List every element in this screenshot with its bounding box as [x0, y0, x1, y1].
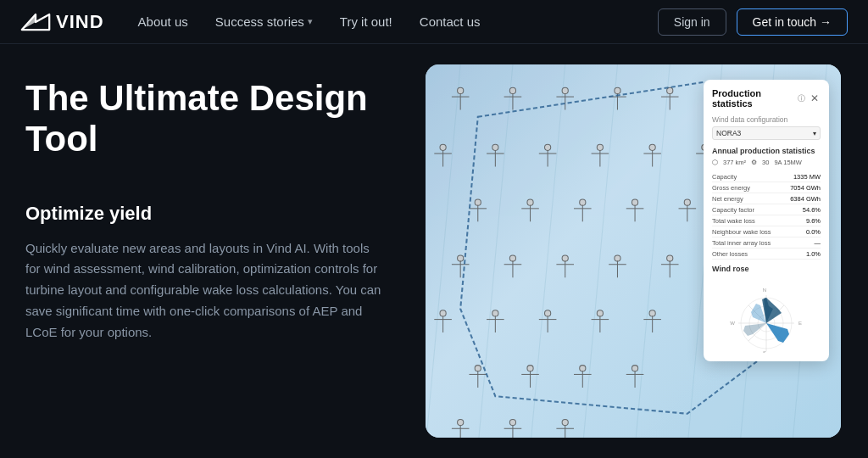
sign-in-button[interactable]: Sign in	[658, 8, 726, 36]
annual-production-header: Annual production statistics	[712, 147, 821, 155]
svg-point-46	[475, 199, 481, 205]
svg-point-67	[562, 255, 568, 261]
svg-point-31	[492, 144, 498, 150]
stat-row-total-wake-loss: Total wake loss 9.6%	[712, 215, 821, 226]
dropdown-arrow-icon: ▾	[813, 130, 816, 137]
wind-config-dropdown[interactable]: NORA3 ▾	[712, 126, 821, 140]
nav-link-about-us[interactable]: About us	[138, 14, 188, 29]
svg-point-100	[632, 366, 637, 371]
chevron-down-icon: ▾	[308, 16, 313, 27]
stats-meta: ⬡ 377 km² ⚙ 30 9A 15MW	[712, 159, 821, 166]
turbine-icon: ⚙	[751, 159, 757, 166]
logo[interactable]: VIND	[20, 11, 104, 33]
stat-row-capacity: Capacity 1335 MW	[712, 171, 821, 182]
wind-farm-illustration: Production statistics ⓘ ✕ Wind data conf…	[426, 64, 841, 438]
svg-point-34	[545, 144, 551, 150]
svg-point-91	[475, 366, 481, 371]
svg-point-106	[509, 419, 515, 425]
svg-point-85	[597, 310, 603, 316]
nav-link-try-it-out[interactable]: Try it out!	[340, 14, 392, 29]
stat-row-other-losses: Other losses 1.0%	[712, 249, 821, 260]
svg-point-82	[545, 310, 551, 316]
svg-line-5	[582, 64, 617, 438]
svg-point-55	[632, 199, 637, 205]
navbar: VIND About us Success stories ▾ Try it o…	[0, 0, 868, 44]
svg-point-79	[492, 310, 498, 316]
svg-line-4	[531, 64, 565, 438]
stat-row-total-inner-array-loss: Total inner array loss —	[712, 237, 821, 249]
get-in-touch-button[interactable]: Get in touch →	[737, 8, 848, 36]
nav-links: About us Success stories ▾ Try it out! C…	[138, 14, 658, 29]
park-icon: ⬡	[712, 159, 718, 166]
feature-title: Optimize yield	[25, 203, 381, 225]
svg-point-58	[684, 199, 690, 205]
svg-point-40	[649, 144, 655, 150]
stat-row-capacity-factor: Capacity factor 54.6%	[712, 204, 821, 215]
svg-text:S: S	[763, 350, 766, 353]
wind-rose-section: Wind rose N S W	[712, 265, 821, 353]
logo-text: VIND	[56, 11, 104, 33]
right-panel: Production statistics ⓘ ✕ Wind data conf…	[407, 44, 868, 458]
nav-actions: Sign in Get in touch →	[658, 8, 848, 36]
svg-point-94	[527, 366, 533, 371]
feature-body: Quickly evaluate new areas and layouts i…	[25, 238, 381, 344]
svg-point-28	[440, 144, 446, 150]
main-content: The Ultimate Design Tool Optimize yield …	[0, 44, 868, 458]
svg-point-103	[458, 419, 464, 425]
svg-point-88	[649, 310, 655, 316]
svg-text:W: W	[730, 321, 735, 326]
svg-point-64	[509, 255, 515, 261]
wind-rose-svg: N S W E	[715, 276, 817, 353]
svg-point-10	[458, 87, 464, 93]
nav-link-contact-us[interactable]: Contact us	[420, 14, 481, 29]
stat-row-net-energy: Net energy 6384 GWh	[712, 193, 821, 204]
svg-point-37	[597, 144, 603, 150]
svg-point-19	[615, 87, 620, 93]
stat-row-gross-energy: Gross energy 7054 GWh	[712, 182, 821, 193]
nav-link-success-stories[interactable]: Success stories ▾	[215, 14, 313, 29]
wind-config-label: Wind data configuration	[712, 115, 821, 124]
svg-point-16	[562, 87, 568, 93]
info-icon: ⓘ	[798, 93, 805, 104]
hero-title: The Ultimate Design Tool	[25, 78, 381, 160]
left-panel: The Ultimate Design Tool Optimize yield …	[0, 44, 407, 458]
svg-text:E: E	[798, 321, 802, 326]
close-button[interactable]: ✕	[809, 92, 821, 104]
svg-line-6	[635, 64, 670, 438]
svg-point-22	[667, 87, 673, 93]
svg-point-109	[562, 419, 568, 425]
svg-point-49	[527, 199, 533, 205]
svg-point-13	[509, 87, 515, 93]
svg-point-70	[615, 255, 620, 261]
svg-point-61	[458, 255, 464, 261]
svg-line-3	[478, 64, 513, 438]
logo-icon	[20, 13, 51, 31]
svg-point-73	[667, 255, 673, 261]
svg-point-76	[440, 310, 446, 316]
svg-text:N: N	[763, 288, 766, 293]
stats-panel-header: Production statistics ⓘ ✕	[712, 88, 821, 109]
wind-rose-label: Wind rose	[712, 265, 821, 273]
stats-panel-title: Production statistics	[712, 88, 798, 109]
stats-panel: Production statistics ⓘ ✕ Wind data conf…	[704, 80, 829, 361]
stat-row-neighbour-wake-loss: Neighbour wake loss 0.0%	[712, 226, 821, 237]
svg-point-52	[580, 199, 586, 205]
svg-line-2	[426, 64, 460, 438]
svg-point-97	[580, 366, 586, 371]
